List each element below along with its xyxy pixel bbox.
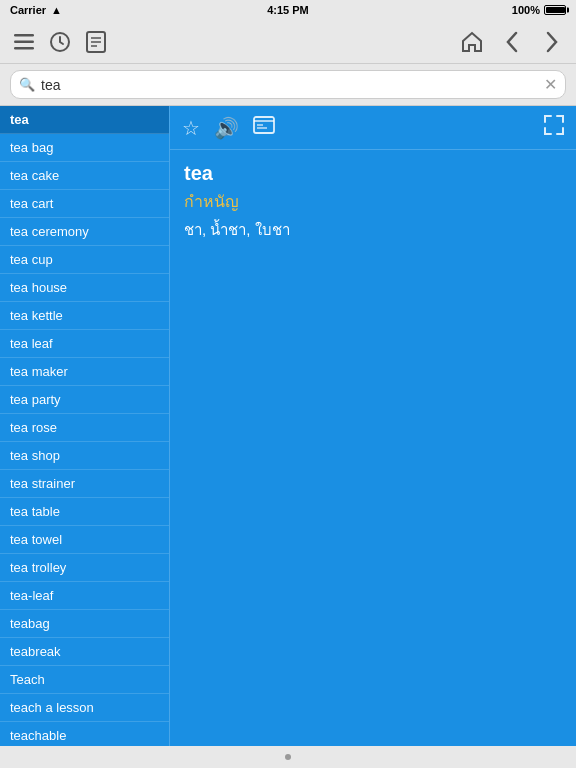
battery-icon [544,5,566,15]
list-item-tea-strainer[interactable]: tea strainer [0,470,169,498]
list-item-tea-towel[interactable]: tea towel [0,526,169,554]
star-icon[interactable]: ☆ [182,116,200,140]
list-item-tea-leaf2[interactable]: tea-leaf [0,582,169,610]
bookmark-icon[interactable] [82,28,110,56]
detail-toolbar: ☆ 🔊 [170,106,576,150]
page-dot-indicator [285,754,291,760]
list-item-tea-cart[interactable]: tea cart [0,190,169,218]
svg-rect-1 [14,40,34,43]
list-item-tea-kettle[interactable]: tea kettle [0,302,169,330]
list-item-tea-bag[interactable]: tea bag [0,134,169,162]
list-item-tea-rose[interactable]: tea rose [0,414,169,442]
battery-label: 100% [512,4,540,16]
detail-content: tea กำหนัญ ชา, น้ำชา, ใบชา [170,150,576,254]
list-item-teach[interactable]: Teach [0,666,169,694]
card-icon[interactable] [253,116,275,139]
list-item-tea-ceremony[interactable]: tea ceremony [0,218,169,246]
status-bar: Carrier ▲ 4:15 PM 100% [0,0,576,20]
list-item-teabag[interactable]: teabag [0,610,169,638]
nav-bar [0,20,576,64]
expand-icon[interactable] [544,115,564,140]
detail-panel: ☆ 🔊 tea [170,106,576,750]
detail-thai-script: กำหนัญ [184,189,562,214]
detail-word: tea [184,162,562,185]
search-input[interactable] [41,77,538,93]
status-time: 4:15 PM [267,4,309,16]
search-input-wrap: 🔍 ✕ [10,70,566,99]
search-clear-icon[interactable]: ✕ [544,75,557,94]
list-item-teach-a-lesson[interactable]: teach a lesson [0,694,169,722]
list-item-tea-table[interactable]: tea table [0,498,169,526]
menu-icon[interactable] [10,28,38,56]
list-item-tea-leaf[interactable]: tea leaf [0,330,169,358]
list-item-tea[interactable]: tea [0,106,169,134]
bottom-bar [0,746,576,768]
history-icon[interactable] [46,28,74,56]
list-item-tea-cup[interactable]: tea cup [0,246,169,274]
home-icon[interactable] [458,28,486,56]
list-item-tea-maker[interactable]: tea maker [0,358,169,386]
list-item-tea-shop[interactable]: tea shop [0,442,169,470]
search-icon: 🔍 [19,77,35,92]
back-icon[interactable] [498,28,526,56]
svg-rect-0 [14,34,34,37]
nav-right-icons [458,28,566,56]
search-bar: 🔍 ✕ [0,64,576,106]
audio-icon[interactable]: 🔊 [214,116,239,140]
main-content: teatea bagtea caketea carttea ceremonyte… [0,106,576,750]
list-item-tea-cake[interactable]: tea cake [0,162,169,190]
list-item-tea-trolley[interactable]: tea trolley [0,554,169,582]
carrier-label: Carrier [10,4,46,16]
list-item-tea-house[interactable]: tea house [0,274,169,302]
forward-icon[interactable] [538,28,566,56]
detail-transliteration: ชา, น้ำชา, ใบชา [184,218,562,242]
word-list: teatea bagtea caketea carttea ceremonyte… [0,106,170,750]
list-item-tea-party[interactable]: tea party [0,386,169,414]
list-item-teabreak[interactable]: teabreak [0,638,169,666]
wifi-icon: ▲ [51,4,62,16]
svg-rect-2 [14,47,34,50]
